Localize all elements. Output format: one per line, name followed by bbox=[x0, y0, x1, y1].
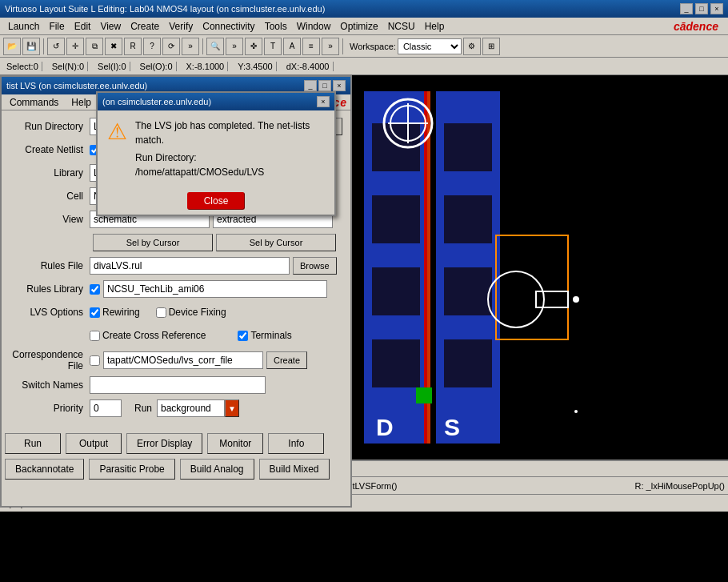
parasitic-probe-button[interactable]: Parasitic Probe bbox=[89, 459, 174, 480]
toolbar-more[interactable]: » bbox=[182, 38, 199, 55]
run-button[interactable]: Run bbox=[5, 433, 61, 454]
menu-window[interactable]: Window bbox=[292, 19, 336, 34]
lvs-minimize-button[interactable]: _ bbox=[304, 80, 317, 91]
rules-library-check-label bbox=[90, 284, 100, 295]
menu-tools[interactable]: Tools bbox=[260, 19, 292, 34]
toolbar-save[interactable]: 💾 bbox=[22, 38, 40, 55]
workspace-select[interactable]: Classic bbox=[398, 38, 462, 54]
output-button[interactable]: Output bbox=[66, 433, 122, 454]
build-analog-button[interactable]: Build Analog bbox=[180, 459, 254, 480]
select-count: Select:0 bbox=[3, 62, 42, 71]
rewiring-text: Rewiring bbox=[102, 307, 140, 318]
svg-rect-6 bbox=[444, 123, 492, 171]
menu-view[interactable]: View bbox=[95, 19, 126, 34]
svg-text:S: S bbox=[444, 414, 460, 440]
minimize-button[interactable]: _ bbox=[680, 3, 693, 14]
backannotate-button[interactable]: Backannotate bbox=[5, 459, 84, 480]
rules-file-input[interactable] bbox=[90, 257, 290, 275]
toolbar-delete[interactable]: ✖ bbox=[105, 38, 122, 55]
svg-rect-19 bbox=[536, 291, 568, 307]
toolbar-open[interactable]: 📂 bbox=[3, 38, 21, 55]
toolbar-rotate[interactable]: ⟳ bbox=[162, 38, 180, 55]
main-title-bar: Virtuoso Layout Suite L Editing: Lab04 N… bbox=[0, 0, 728, 18]
correspondence-file-input[interactable] bbox=[103, 351, 263, 369]
device-fixing-text: Device Fixing bbox=[169, 307, 226, 318]
sel-n: Sel(N):0 bbox=[49, 62, 88, 71]
svg-rect-8 bbox=[444, 267, 492, 315]
rules-library-label: Rules Library bbox=[10, 283, 90, 295]
correspondence-label: Correspondence File bbox=[10, 349, 90, 371]
device-fixing-checkbox[interactable] bbox=[156, 307, 166, 318]
run-directory-label: Run Directory bbox=[10, 121, 90, 132]
error-display-button[interactable]: Error Display bbox=[126, 433, 202, 454]
info-button[interactable]: Info bbox=[268, 433, 324, 454]
menu-connectivity[interactable]: Connectivity bbox=[198, 19, 259, 34]
rules-file-browse[interactable]: Browse bbox=[293, 257, 337, 275]
cell-label: Cell bbox=[10, 191, 90, 202]
menu-ncsu[interactable]: NCSU bbox=[383, 19, 420, 34]
toolbar-pan[interactable]: ✜ bbox=[245, 38, 262, 55]
toolbar-ws-btn1[interactable]: ⚙ bbox=[463, 38, 481, 55]
rewiring-label: Rewiring bbox=[90, 307, 140, 318]
correspondence-row: Correspondence File Create bbox=[10, 349, 342, 371]
menu-file[interactable]: File bbox=[44, 19, 69, 34]
menu-edit[interactable]: Edit bbox=[70, 19, 96, 34]
priority-input[interactable] bbox=[90, 399, 122, 417]
svg-rect-4 bbox=[372, 267, 420, 315]
toolbar-label[interactable]: A bbox=[283, 38, 301, 55]
warning-icon: ⚠ bbox=[107, 118, 127, 145]
coord-y: Y:3.4500 bbox=[234, 62, 276, 71]
menu-verify[interactable]: Verify bbox=[164, 19, 198, 34]
run-mode-input[interactable] bbox=[157, 399, 225, 417]
toolbar-r[interactable]: R bbox=[124, 38, 142, 55]
lvs-options-row2: Create Cross Reference Terminals bbox=[90, 326, 342, 345]
toolbar-zoom-more[interactable]: » bbox=[226, 38, 243, 55]
view-label: View bbox=[10, 214, 90, 225]
cross-ref-label: Create Cross Reference bbox=[90, 330, 206, 341]
switch-names-input[interactable] bbox=[90, 376, 266, 394]
toolbar-info2[interactable]: ? bbox=[143, 38, 161, 55]
build-mixed-button[interactable]: Build Mixed bbox=[259, 459, 330, 480]
monitor-button[interactable]: Monitor bbox=[207, 433, 263, 454]
lvs-maximize-button[interactable]: □ bbox=[318, 80, 331, 91]
popup-close-button[interactable]: Close bbox=[187, 192, 246, 210]
toolbar-copy[interactable]: ⧉ bbox=[86, 38, 103, 55]
rules-library-input[interactable] bbox=[103, 280, 327, 298]
menu-launch[interactable]: Launch bbox=[3, 19, 44, 34]
terminals-checkbox[interactable] bbox=[238, 331, 248, 341]
rules-library-checkbox[interactable] bbox=[90, 284, 100, 295]
popup-title-bar: (on csimcluster.ee.unlv.edu) × bbox=[98, 93, 334, 110]
menu-help[interactable]: Help bbox=[420, 19, 450, 34]
popup-close-x-button[interactable]: × bbox=[317, 96, 330, 107]
toolbar-more2[interactable]: » bbox=[322, 38, 339, 55]
switch-names-row: Switch Names bbox=[10, 375, 342, 395]
toolbar-text[interactable]: T bbox=[264, 38, 282, 55]
lvs-menu-commands[interactable]: Commands bbox=[5, 96, 63, 109]
cross-ref-checkbox[interactable] bbox=[90, 331, 100, 341]
priority-label: Priority bbox=[10, 403, 90, 414]
toolbar-ws-btn2[interactable]: ⊞ bbox=[482, 38, 500, 55]
toolbar-zoom[interactable]: 🔍 bbox=[206, 38, 224, 55]
lvs-close-button[interactable]: × bbox=[333, 80, 346, 91]
toolbar-undo[interactable]: ↺ bbox=[47, 38, 65, 55]
maximize-button[interactable]: □ bbox=[695, 3, 708, 14]
close-button[interactable]: × bbox=[710, 3, 723, 14]
svg-rect-13 bbox=[496, 235, 568, 339]
sel-cursor-ext-button[interactable]: Sel by Cursor bbox=[216, 234, 336, 251]
menu-optimize[interactable]: Optimize bbox=[335, 19, 382, 34]
toolbar-move[interactable]: ✛ bbox=[66, 38, 84, 55]
main-menu-bar: Launch File Edit View Create Verify Conn… bbox=[0, 18, 728, 35]
terminals-text: Terminals bbox=[250, 330, 291, 341]
sel-cursor-sch-button[interactable]: Sel by Cursor bbox=[93, 234, 213, 251]
rules-library-row: Rules Library bbox=[10, 279, 342, 299]
rewiring-checkbox[interactable] bbox=[90, 307, 100, 318]
svg-rect-9 bbox=[444, 339, 492, 387]
menu-create[interactable]: Create bbox=[126, 19, 164, 34]
run-mode-dropdown[interactable]: ▼ bbox=[225, 399, 239, 417]
toolbar-prop[interactable]: ≡ bbox=[302, 38, 320, 55]
corr-file-checkbox[interactable] bbox=[90, 355, 100, 366]
lvs-complete-popup: (on csimcluster.ee.unlv.edu) × ⚠ The LVS… bbox=[96, 91, 336, 216]
correspondence-create-button[interactable]: Create bbox=[266, 351, 307, 369]
sel-cursor-row: Sel by Cursor Sel by Cursor bbox=[10, 233, 342, 252]
lvs-menu-help[interactable]: Help bbox=[66, 96, 96, 109]
